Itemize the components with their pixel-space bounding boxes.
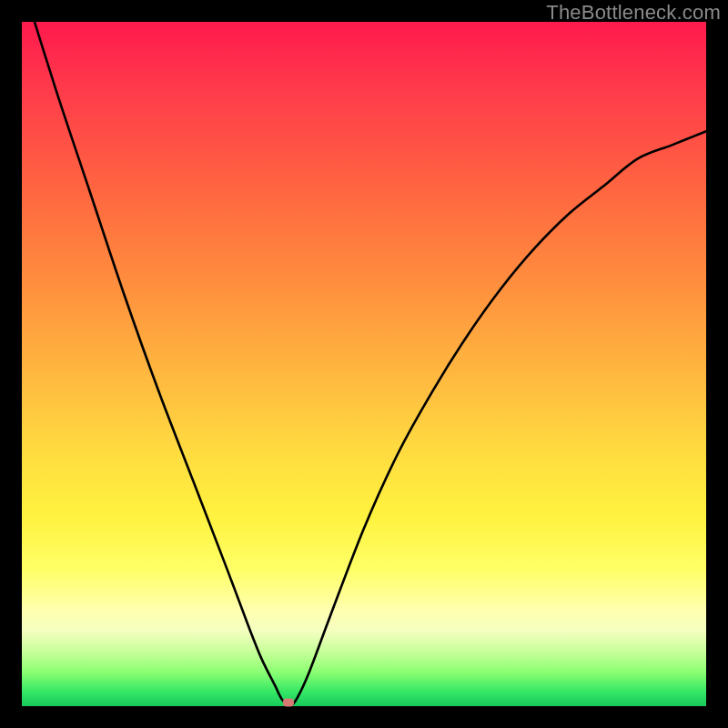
optimal-point-marker (283, 699, 294, 707)
chart-frame (22, 22, 706, 706)
chart-background-gradient (22, 22, 706, 706)
